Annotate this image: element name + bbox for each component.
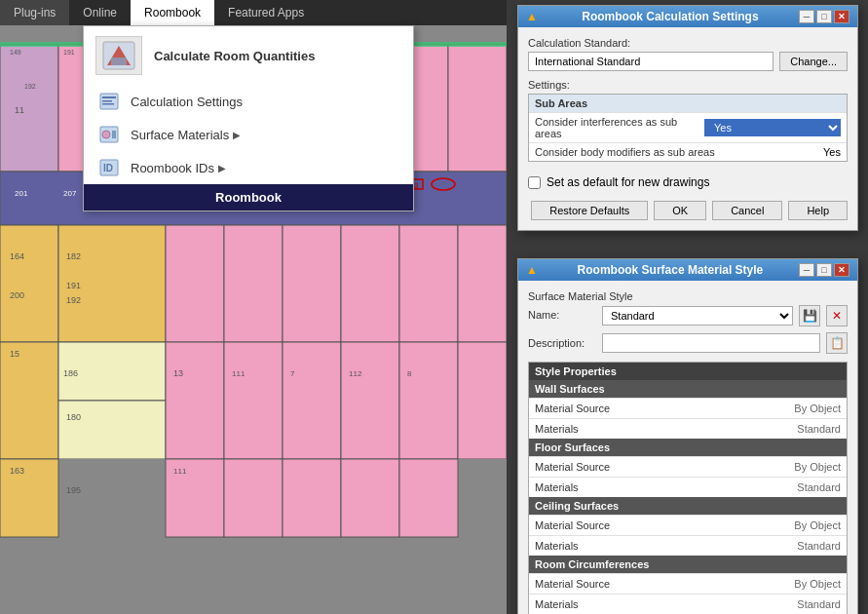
menu-plugins[interactable]: Plug-ins (0, 0, 69, 25)
surface-close-button[interactable]: ✕ (834, 263, 849, 277)
svg-text:164: 164 (10, 251, 24, 261)
svg-rect-51 (224, 459, 283, 537)
ceiling-materials-value: Standard (797, 540, 841, 552)
wall-material-source-row: Material Source By Object (529, 398, 847, 418)
svg-rect-37 (399, 225, 458, 342)
ceiling-source-label: Material Source (535, 519, 794, 531)
body-modifiers-value: Yes (823, 146, 841, 158)
svg-rect-52 (283, 459, 341, 537)
floor-source-label: Material Source (535, 461, 794, 473)
svg-rect-34 (224, 225, 283, 342)
wall-surfaces-header: Wall Surfaces (529, 380, 847, 398)
svg-text:191: 191 (66, 281, 81, 290)
svg-text:163: 163 (10, 466, 24, 476)
circumference-source-row: Material Source By Object (529, 573, 847, 594)
roombook-dropdown: Calculate Room Quantities Calculation Se… (83, 25, 414, 211)
body-modifiers-row: Consider body modifiers as sub areas Yes (529, 142, 847, 161)
surface-dialog-body: Surface Material Style Name: Standard 💾 … (518, 281, 857, 614)
surface-arrow-icon: ▶ (233, 130, 241, 140)
desc-input[interactable] (602, 333, 820, 353)
svg-rect-5 (102, 100, 112, 102)
description-row: Description: 📋 (528, 332, 848, 354)
svg-text:111: 111 (232, 369, 245, 378)
svg-rect-54 (399, 459, 458, 537)
dropdown-calc-settings[interactable]: Calculation Settings (84, 85, 413, 118)
calc-settings-icon (95, 91, 123, 112)
surface-dialog-title: ▲ Roombook Surface Material Style ─ □ ✕ (518, 259, 857, 281)
surface-style-label: Surface Material Style (528, 290, 848, 302)
surface-maximize-button[interactable]: □ (816, 263, 832, 277)
calc-settings-dialog: ▲ Roombook Calculation Settings ─ □ ✕ Ca… (517, 5, 858, 231)
desc-icon-button[interactable]: 📋 (826, 332, 848, 354)
ok-button[interactable]: OK (654, 201, 706, 220)
menu-roombook[interactable]: Roombook (131, 0, 214, 25)
svg-rect-4 (102, 96, 116, 98)
close-button[interactable]: ✕ (834, 10, 849, 23)
minimize-button[interactable]: ─ (799, 10, 814, 23)
default-label: Set as default for new drawings (547, 175, 709, 189)
svg-text:201: 201 (15, 189, 28, 198)
surface-materials-icon (95, 124, 123, 145)
svg-rect-42 (166, 342, 224, 459)
calc-standard-value: International Standard (528, 52, 774, 71)
svg-rect-21 (448, 45, 507, 172)
svg-rect-31 (0, 225, 58, 342)
delete-style-button[interactable]: ✕ (826, 305, 848, 326)
maximize-button[interactable]: □ (816, 10, 832, 23)
circ-materials-label: Materials (535, 598, 797, 610)
help-button[interactable]: Help (788, 201, 848, 220)
name-select[interactable]: Standard (602, 306, 793, 326)
svg-rect-49 (0, 459, 58, 537)
svg-text:207: 207 (63, 189, 77, 198)
ceiling-materials-row: Materials Standard (529, 535, 847, 556)
circ-source-label: Material Source (535, 578, 794, 590)
restore-defaults-button[interactable]: Restore Defaults (531, 201, 648, 220)
svg-rect-43 (224, 342, 283, 459)
ceiling-materials-label: Materials (535, 540, 797, 552)
desc-label: Description: (528, 337, 596, 349)
floor-materials-value: Standard (797, 481, 841, 493)
cancel-button[interactable]: Cancel (712, 201, 782, 220)
dropdown-roombook-ids[interactable]: ID Roombook IDs ▶ (84, 151, 413, 184)
calc-standard-row: International Standard Change... (528, 52, 848, 71)
calc-dialog-footer: Restore Defaults OK Cancel Help (528, 195, 848, 220)
svg-rect-33 (166, 225, 224, 342)
dropdown-surface-materials[interactable]: Surface Materials ▶ (84, 118, 413, 151)
svg-text:112: 112 (349, 369, 362, 378)
surface-material-dialog: ▲ Roombook Surface Material Style ─ □ ✕ … (517, 258, 858, 614)
settings-label: Settings: (528, 79, 848, 91)
calc-settings-label: Calculation Settings (131, 95, 243, 109)
surface-title-icon: ▲ (526, 263, 538, 277)
calculate-label: Calculate Room Quantities (154, 49, 315, 63)
change-button[interactable]: Change... (779, 52, 848, 71)
svg-rect-38 (458, 225, 507, 342)
svg-text:15: 15 (10, 349, 19, 359)
svg-rect-36 (341, 225, 399, 342)
calculate-icon (95, 36, 142, 75)
floor-surfaces-header: Floor Surfaces (529, 439, 847, 456)
dropdown-main-row[interactable]: Calculate Room Quantities (84, 26, 413, 85)
floor-material-source-row: Material Source By Object (529, 456, 847, 477)
default-checkbox[interactable] (528, 176, 541, 189)
surface-minimize-button[interactable]: ─ (799, 263, 814, 277)
svg-point-8 (102, 131, 110, 138)
roombook-ids-icon: ID (95, 157, 123, 178)
calc-title-icon: ▲ (526, 10, 538, 23)
svg-rect-9 (112, 131, 116, 138)
menu-online[interactable]: Online (69, 0, 131, 25)
body-modifiers-label: Consider body modifiers as sub areas (535, 146, 823, 158)
name-label: Name: (528, 309, 596, 321)
interference-label: Consider interferences as sub areas (535, 116, 704, 139)
wall-materials-row: Materials Standard (529, 418, 847, 439)
interference-select[interactable]: Yes No (704, 119, 841, 136)
calc-dialog-body: Calculation Standard: International Stan… (518, 27, 857, 230)
svg-text:191: 191 (63, 49, 75, 56)
wall-source-value: By Object (794, 403, 841, 414)
save-style-button[interactable]: 💾 (799, 305, 820, 326)
menu-featured-apps[interactable]: Featured Apps (214, 0, 318, 25)
svg-rect-41 (58, 401, 166, 459)
svg-rect-6 (102, 103, 114, 105)
floor-source-value: By Object (794, 461, 841, 473)
dropdown-footer: Roombook (84, 184, 413, 211)
svg-text:180: 180 (66, 412, 81, 422)
